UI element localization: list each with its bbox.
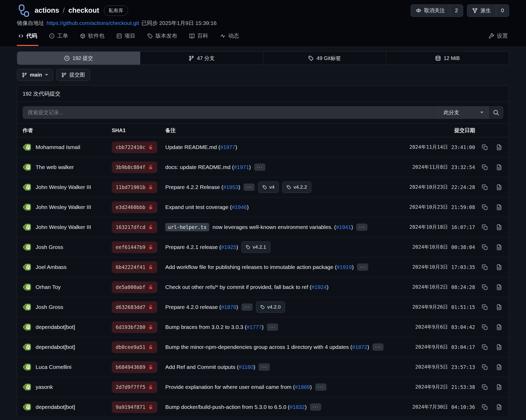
expand-commit-body-button[interactable]: ··· (315, 383, 326, 391)
copy-sha-button[interactable] (482, 404, 488, 410)
avatar-mug-icon[interactable] (23, 362, 32, 372)
search-button[interactable] (488, 106, 503, 119)
view-file-tree-button[interactable] (496, 224, 502, 230)
copy-sha-button[interactable] (482, 264, 488, 270)
avatar-mug-icon[interactable] (23, 142, 32, 152)
commit-sha-link[interactable]: 6d193bf280 (112, 321, 157, 333)
view-file-tree-button[interactable] (496, 244, 502, 250)
view-file-tree-button[interactable] (496, 344, 502, 350)
avatar-mug-icon[interactable] (23, 162, 32, 172)
author-link[interactable]: John Wesley Walker III (36, 204, 91, 210)
author-link[interactable]: dependabot[bot] (36, 324, 75, 330)
author-link[interactable]: yasonk (36, 384, 53, 390)
tab-projects[interactable]: 项目 (115, 27, 137, 46)
author-link[interactable]: dependabot[bot] (36, 404, 75, 410)
tab-code[interactable]: 代码 (17, 27, 38, 46)
commit-sha-link[interactable]: d632683dd7 (112, 301, 157, 313)
pr-link[interactable]: #1869 (295, 384, 310, 390)
repo-owner-link[interactable]: actions (35, 6, 59, 15)
tab-issues[interactable]: 工单 (48, 27, 69, 46)
commit-sha-link[interactable]: 6b42224f41 (112, 261, 157, 273)
pr-link[interactable]: #1832 (290, 404, 305, 410)
avatar-mug-icon[interactable] (23, 342, 32, 352)
commit-sha-link[interactable]: b684943689 (112, 361, 157, 373)
view-file-tree-button[interactable] (496, 404, 502, 410)
forks-count[interactable]: 0 (496, 5, 509, 17)
pr-link[interactable]: #1924 (312, 284, 327, 290)
expand-commit-body-button[interactable]: ··· (254, 164, 265, 171)
author-link[interactable]: Josh Gross (36, 304, 63, 310)
commit-sha-link[interactable]: cbb722410c (112, 141, 157, 153)
tag-button[interactable]: v4.2.1 (241, 241, 271, 253)
tab-activity[interactable]: 动态 (219, 27, 240, 46)
commit-sha-link[interactable]: 163217dfcd (112, 221, 157, 233)
pr-link[interactable]: #1180 (239, 364, 253, 370)
expand-commit-body-button[interactable]: ··· (310, 403, 321, 411)
pr-link[interactable]: #1878 (221, 304, 236, 310)
branch-selector[interactable]: main (17, 69, 53, 81)
view-file-tree-button[interactable] (496, 364, 502, 370)
repo-name-link[interactable]: checkout (68, 6, 99, 15)
commit-sha-link[interactable]: 11bd71901b (112, 181, 157, 193)
view-file-tree-button[interactable] (496, 324, 502, 330)
copy-sha-button[interactable] (482, 344, 488, 350)
copy-sha-button[interactable] (482, 184, 488, 190)
copy-sha-button[interactable] (482, 284, 488, 290)
expand-commit-body-button[interactable]: ··· (372, 343, 384, 351)
view-file-tree-button[interactable] (496, 184, 502, 190)
watchers-count[interactable]: 2 (450, 5, 463, 17)
pr-link[interactable]: #1919 (337, 264, 352, 270)
expand-commit-body-button[interactable]: ··· (267, 323, 278, 331)
expand-commit-body-button[interactable]: ··· (244, 184, 255, 191)
author-link[interactable]: Joel Ambass (36, 264, 67, 270)
view-file-tree-button[interactable] (496, 284, 502, 290)
commit-sha-link[interactable]: de5a000abf (112, 281, 157, 293)
author-link[interactable]: John Wesley Walker III (36, 224, 91, 230)
author-link[interactable]: Josh Gross (36, 244, 63, 250)
author-link[interactable]: John Wesley Walker III (36, 184, 91, 190)
stat-commits[interactable]: 192 提交 (17, 52, 140, 65)
pr-link[interactable]: #1971 (234, 164, 249, 170)
avatar-mug-icon[interactable] (23, 262, 32, 272)
mirror-url-link[interactable]: https://github.com/actions/checkout.git (47, 20, 139, 26)
avatar-mug-icon[interactable] (23, 222, 32, 232)
pr-link[interactable]: #1977 (220, 144, 235, 150)
tab-releases[interactable]: 版本发布 (146, 27, 179, 46)
author-link[interactable]: Mohammad Ismail (36, 144, 80, 150)
expand-commit-body-button[interactable]: ··· (357, 263, 368, 271)
tab-wiki[interactable]: 百科 (188, 27, 209, 46)
tag-button[interactable]: v4 (258, 181, 279, 193)
expand-commit-body-button[interactable]: ··· (259, 363, 270, 371)
view-file-tree-button[interactable] (496, 204, 502, 210)
author-link[interactable]: dependabot[bot] (36, 344, 75, 350)
avatar-mug-icon[interactable] (23, 322, 32, 332)
copy-sha-button[interactable] (482, 224, 488, 230)
tag-button[interactable]: v4.2.2 (282, 181, 311, 193)
commit-sha-link[interactable]: 2d7d9f7ff5 (112, 381, 157, 393)
pr-link[interactable]: #1953 (223, 184, 238, 190)
tab-packages[interactable]: 软件包 (79, 27, 106, 46)
tab-settings[interactable]: 设置 (488, 27, 509, 46)
commit-search-input[interactable] (23, 106, 438, 119)
expand-commit-body-button[interactable]: ··· (356, 223, 367, 231)
avatar-mug-icon[interactable] (23, 282, 32, 292)
copy-sha-button[interactable] (482, 204, 488, 210)
view-file-tree-button[interactable] (496, 384, 502, 390)
fork-button[interactable]: 派生 (467, 5, 496, 17)
copy-sha-button[interactable] (482, 364, 488, 370)
author-link[interactable]: Luca Comellini (36, 364, 71, 370)
stat-branches[interactable]: 47 分支 (140, 52, 263, 65)
commit-sha-link[interactable]: db0cee9a51 (112, 341, 157, 353)
stat-size[interactable]: 12 MiB (386, 52, 509, 65)
commit-sha-link[interactable]: e3d2460bbb (112, 201, 157, 213)
avatar-mug-icon[interactable] (23, 402, 32, 412)
commit-sha-link[interactable]: 3b9b8c884f (112, 161, 157, 173)
pr-link[interactable]: #1946 (232, 204, 247, 210)
view-file-tree-button[interactable] (496, 264, 502, 270)
expand-commit-body-button[interactable]: ··· (241, 303, 253, 311)
site-logo-icon[interactable] (17, 4, 30, 17)
copy-sha-button[interactable] (482, 164, 488, 170)
copy-sha-button[interactable] (482, 384, 488, 390)
stat-tags[interactable]: 49 Git标签 (263, 52, 386, 65)
view-file-tree-button[interactable] (496, 144, 502, 150)
